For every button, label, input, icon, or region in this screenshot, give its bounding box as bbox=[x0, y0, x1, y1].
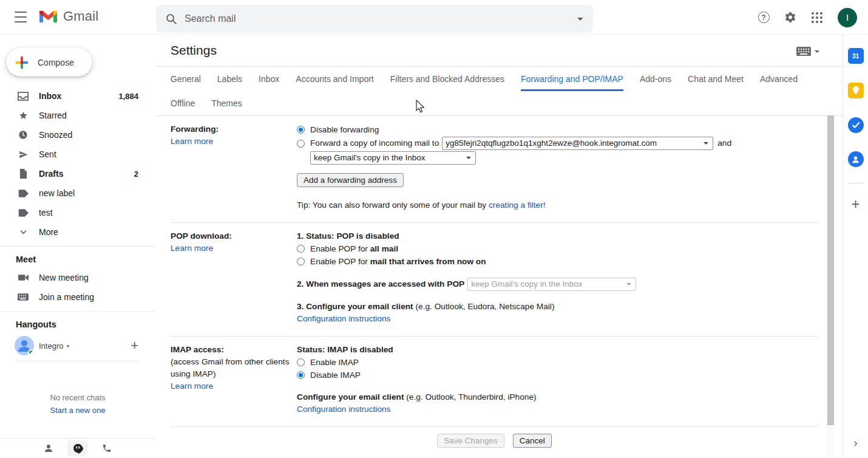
gmail-m-icon bbox=[39, 9, 58, 24]
tab-general[interactable]: General bbox=[171, 67, 201, 91]
disable-imap-label: Disable IMAP bbox=[310, 369, 361, 381]
person-icon bbox=[44, 443, 53, 453]
tasks-icon[interactable] bbox=[848, 117, 864, 133]
keep-icon[interactable] bbox=[848, 83, 864, 98]
topbar: Gmail ? I bbox=[0, 0, 868, 35]
scrollbar-thumb[interactable] bbox=[827, 115, 834, 425]
search-bar[interactable] bbox=[156, 5, 593, 33]
account-avatar[interactable]: I bbox=[838, 8, 857, 27]
hangouts-user-row[interactable]: Integro ▾ + bbox=[0, 333, 155, 358]
tab-offline[interactable]: Offline bbox=[171, 91, 195, 115]
get-add-ons-button[interactable]: + bbox=[851, 197, 860, 211]
tab-chat-and-meet[interactable]: Chat and Meet bbox=[688, 67, 744, 91]
phone-tab-button[interactable] bbox=[97, 440, 117, 456]
collapse-panel-chevron-icon[interactable]: › bbox=[854, 437, 858, 449]
apps-grid-icon bbox=[812, 12, 822, 23]
contacts-icon[interactable] bbox=[848, 151, 864, 167]
sidebar-divider bbox=[0, 246, 155, 247]
enable-pop-from-now-radio[interactable] bbox=[297, 258, 305, 265]
settings-header: Settings bbox=[155, 35, 843, 67]
keyboard-icon bbox=[17, 293, 29, 301]
sidebar-item-new-meeting[interactable]: New meeting bbox=[0, 268, 155, 287]
sidebar-item-more[interactable]: More bbox=[0, 222, 155, 242]
creating-a-filter-link[interactable]: creating a filter! bbox=[489, 200, 546, 210]
hangouts-divider bbox=[15, 361, 141, 361]
tab-accounts-and-import[interactable]: Accounts and Import bbox=[296, 67, 373, 91]
hangouts-section-header: Hangouts bbox=[0, 316, 155, 333]
sidebar-item-starred[interactable]: Starred bbox=[0, 106, 155, 125]
disable-forwarding-label: Disable forwarding bbox=[310, 124, 379, 136]
enable-imap-radio[interactable] bbox=[297, 358, 305, 366]
right-side-panel: 31 + › bbox=[843, 35, 868, 458]
forwarding-tip-text: Tip: You can also forward only some of y… bbox=[297, 200, 489, 210]
chevron-down-icon bbox=[17, 230, 29, 234]
tab-advanced[interactable]: Advanced bbox=[760, 67, 798, 91]
pop-learn-more-link[interactable]: Learn more bbox=[171, 244, 213, 253]
tab-inbox[interactable]: Inbox bbox=[259, 67, 279, 91]
tab-filters-and-blocked-addresses[interactable]: Filters and Blocked Addresses bbox=[390, 67, 504, 91]
search-options-arrow-icon[interactable] bbox=[577, 18, 583, 24]
sidebar-nav: Inbox 1,884 Starred Snoozed Sent bbox=[0, 86, 155, 415]
search-icon[interactable] bbox=[166, 13, 177, 25]
imap-access-label: IMAP access: bbox=[171, 345, 224, 354]
page-title: Settings bbox=[171, 43, 217, 58]
enable-pop-all-mail-radio[interactable] bbox=[297, 245, 305, 253]
sidebar-item-new-label[interactable]: new label bbox=[0, 183, 155, 203]
enable-imap-label: Enable IMAP bbox=[310, 357, 359, 369]
add-forwarding-address-button[interactable]: Add a forwarding address bbox=[297, 173, 404, 187]
settings-gear-button[interactable] bbox=[784, 12, 796, 24]
disable-imap-radio[interactable] bbox=[297, 371, 305, 379]
main-scrollbar[interactable] bbox=[827, 114, 835, 458]
forwarded-copy-action-select[interactable]: keep Gmail's copy in the Inbox bbox=[310, 151, 476, 165]
forwarding-learn-more-link[interactable]: Learn more bbox=[171, 137, 213, 146]
label-icon bbox=[17, 190, 29, 197]
tab-labels[interactable]: Labels bbox=[217, 67, 242, 91]
pop-copy-action-select-disabled: keep Gmail's copy in the Inbox bbox=[467, 278, 636, 291]
sidebar-item-drafts[interactable]: Drafts 2 bbox=[0, 164, 155, 183]
gmail-logo[interactable]: Gmail bbox=[39, 9, 98, 24]
sidebar-item-inbox[interactable]: Inbox 1,884 bbox=[0, 86, 155, 106]
gear-icon bbox=[784, 11, 796, 24]
pop-download-label: POP download: bbox=[171, 231, 232, 241]
panel-divider bbox=[849, 183, 863, 183]
new-conversation-button[interactable]: + bbox=[131, 338, 138, 354]
sidebar-item-join-meeting[interactable]: Join a meeting bbox=[0, 287, 155, 307]
pop-configure-label: 3. Configure your email client bbox=[297, 302, 413, 311]
tab-forwarding-and-pop-imap[interactable]: Forwarding and POP/IMAP bbox=[521, 67, 623, 91]
pop-configuration-instructions-link[interactable]: Configuration instructions bbox=[297, 314, 390, 323]
tab-themes[interactable]: Themes bbox=[211, 91, 242, 115]
no-recent-chats-text: No recent chats bbox=[0, 393, 155, 402]
star-icon bbox=[17, 111, 29, 120]
label-icon bbox=[17, 209, 29, 217]
tab-add-ons[interactable]: Add-ons bbox=[640, 67, 671, 91]
sidebar-footer bbox=[0, 438, 155, 458]
imap-configuration-instructions-link[interactable]: Configuration instructions bbox=[297, 405, 390, 414]
pop-status-text: 1. Status: POP is disabled bbox=[297, 230, 818, 242]
hamburger-menu-icon[interactable] bbox=[15, 12, 27, 22]
forwarding-address-select[interactable]: yg85fejri2qtqflugzbo1q1xght2ewze@hook.in… bbox=[442, 137, 713, 150]
save-changes-button[interactable]: Save Changes bbox=[437, 434, 504, 448]
contacts-tab-button[interactable] bbox=[38, 440, 59, 456]
gmail-logo-text: Gmail bbox=[63, 9, 98, 24]
imap-status-text: Status: IMAP is disabled bbox=[297, 344, 818, 356]
input-tools-button[interactable] bbox=[796, 47, 819, 56]
imap-learn-more-link[interactable]: Learn more bbox=[171, 381, 213, 391]
forward-copy-radio[interactable] bbox=[297, 140, 305, 148]
sidebar-item-test[interactable]: test bbox=[0, 203, 155, 222]
imap-access-section: IMAP access: (access Gmail from other cl… bbox=[171, 337, 818, 427]
draft-icon bbox=[17, 169, 29, 179]
cancel-button[interactable]: Cancel bbox=[513, 434, 552, 448]
and-text: and bbox=[717, 137, 731, 149]
help-button[interactable]: ? bbox=[758, 12, 770, 24]
compose-label: Compose bbox=[38, 58, 74, 67]
hangouts-tab-button[interactable] bbox=[67, 440, 88, 456]
calendar-icon[interactable]: 31 bbox=[848, 48, 864, 64]
disable-forwarding-radio[interactable] bbox=[297, 126, 305, 134]
sidebar-item-sent[interactable]: Sent bbox=[0, 145, 155, 164]
compose-button[interactable]: Compose bbox=[6, 48, 92, 77]
start-new-chat-link[interactable]: Start a new one bbox=[50, 406, 105, 415]
search-input[interactable] bbox=[185, 13, 577, 24]
google-apps-button[interactable] bbox=[811, 12, 823, 24]
sidebar-item-snoozed[interactable]: Snoozed bbox=[0, 125, 155, 145]
inbox-count: 1,884 bbox=[118, 92, 138, 101]
